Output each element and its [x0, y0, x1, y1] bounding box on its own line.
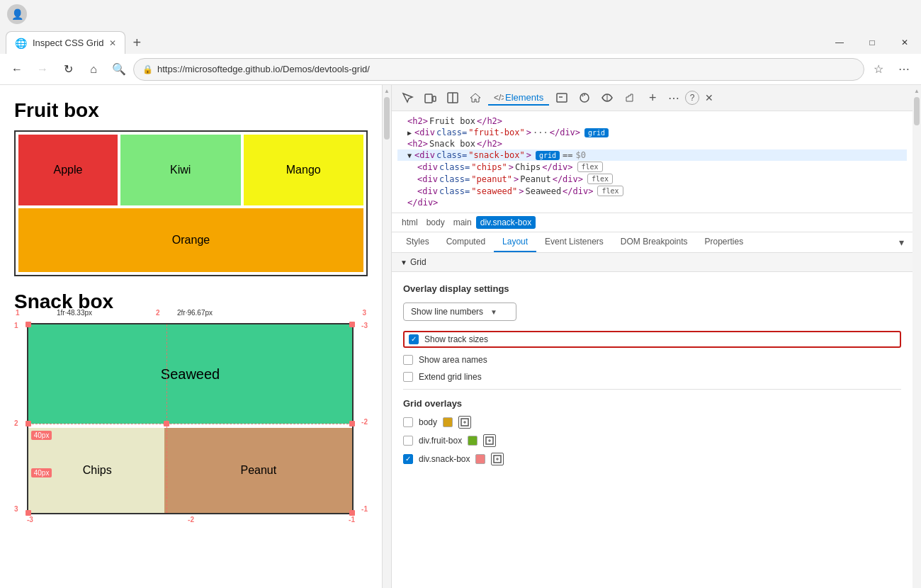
overlay-settings: Overlay display settings Show line numbe… [392, 272, 912, 482]
svg-rect-0 [425, 94, 432, 103]
show-area-names-label: Show area names [419, 355, 487, 365]
fruit-kiwi: Kiwi [120, 135, 241, 205]
devtools: </> Elements [391, 85, 912, 588]
breadcrumb-body[interactable]: body [422, 216, 449, 229]
grid-corner-ml [26, 421, 31, 426]
show-track-sizes-checkbox[interactable] [409, 334, 419, 344]
more-tabs-button[interactable]: ▾ [896, 234, 907, 251]
snack-box-overlay-icon[interactable] [491, 453, 504, 465]
back-button[interactable]: ← [6, 58, 28, 81]
fruit-mango: Mango [244, 135, 364, 205]
fruit-box-overlay-checkbox[interactable] [403, 436, 413, 446]
sources-button[interactable] [575, 88, 594, 108]
minimize-button[interactable]: — [823, 31, 856, 54]
body-color-swatch[interactable] [443, 417, 453, 427]
snack-box-color-swatch[interactable] [475, 454, 485, 464]
forward-button[interactable]: → [31, 58, 54, 81]
inspect-element-button[interactable] [397, 88, 417, 108]
tab-computed[interactable]: Computed [438, 232, 494, 252]
breadcrumb-html[interactable]: html [397, 216, 422, 229]
address-bar[interactable]: 🔒 https://microsoftedge.github.io/Demos/… [133, 58, 864, 81]
left-scrollbar[interactable]: ▲ [383, 85, 391, 588]
fruit-box-grid-badge[interactable]: grid [584, 128, 609, 137]
scroll-thumb[interactable] [384, 97, 390, 140]
maximize-button[interactable]: □ [856, 31, 888, 54]
home-button[interactable]: ⌂ [82, 58, 105, 81]
grid-corner-mid [164, 421, 169, 426]
breadcrumb-main[interactable]: main [449, 216, 476, 229]
dom-line-seaweed[interactable]: <div class="seaweed" >Seaweed</div> flex [397, 185, 907, 197]
dt-scroll-thumb[interactable] [914, 97, 920, 125]
section-collapse-icon: ▼ [400, 259, 407, 266]
grid-section-label: Grid [410, 257, 426, 267]
dom-line-fruit-box[interactable]: ▶ <div class="fruit-box" > ··· </div> gr… [397, 127, 907, 138]
fruit-box-color-swatch[interactable] [468, 436, 478, 446]
dock-button[interactable] [443, 88, 463, 108]
tab-layout[interactable]: Layout [494, 232, 536, 252]
dropdown-label: Show line numbers [411, 307, 483, 317]
snack-box-overlay-checkbox[interactable] [403, 454, 413, 464]
extend-grid-lines-checkbox[interactable] [403, 372, 413, 382]
show-area-names-row: Show area names [403, 355, 901, 365]
svg-text:</>: </> [494, 93, 504, 102]
tab-styles[interactable]: Styles [397, 232, 438, 252]
devtools-scrollbar[interactable]: ▲ [912, 85, 921, 588]
dt-scroll-up[interactable]: ▲ [914, 88, 920, 94]
navigation-bar: ← → ↻ ⌂ 🔍 🔒 https://microsoftedge.github… [0, 54, 921, 85]
fruit-box-overlay-label: div.fruit-box [419, 436, 462, 446]
more-tools-button[interactable]: ⋯ [665, 89, 682, 108]
performance-button[interactable] [620, 88, 640, 108]
dom-line-peanut[interactable]: <div class="peanut" >Peanut</div> flex [397, 173, 907, 185]
devtools-toolbar: </> Elements [392, 85, 912, 111]
grid-peanut: Peanut [164, 428, 352, 513]
body-overlay-icon[interactable] [458, 416, 471, 429]
dropdown-arrow-icon: ▼ [490, 308, 497, 316]
refresh-button[interactable]: ↻ [57, 58, 79, 81]
help-button[interactable]: ? [685, 91, 699, 105]
close-devtools-button[interactable]: ✕ [702, 89, 716, 106]
grid-seaweed: Seaweed [28, 324, 353, 424]
peanut-flex-badge[interactable]: flex [587, 174, 613, 184]
add-tools-button[interactable]: + [643, 88, 662, 108]
tab-event-listeners[interactable]: Event Listeners [536, 232, 612, 252]
divider [403, 389, 901, 390]
grid-section-header[interactable]: ▼ Grid [392, 253, 912, 272]
webpage-panel: Fruit box Apple Kiwi Mango Orange Snack … [0, 85, 383, 588]
snack-box-grid-badge[interactable]: grid [536, 151, 560, 160]
breadcrumb-snack-box[interactable]: div.snack-box [476, 216, 536, 229]
window-controls: — □ ✕ [823, 31, 921, 54]
tab-close-button[interactable]: ✕ [109, 38, 116, 48]
chips-flex-badge[interactable]: flex [577, 162, 603, 172]
show-area-names-checkbox[interactable] [403, 355, 413, 365]
new-tab-button[interactable]: + [125, 31, 148, 54]
svg-rect-5 [557, 94, 567, 102]
network-button[interactable] [597, 88, 617, 108]
search-button[interactable]: 🔍 [108, 58, 130, 81]
tab-dom-breakpoints[interactable]: DOM Breakpoints [612, 232, 696, 252]
device-emulation-button[interactable] [420, 88, 440, 108]
home-devtools-button[interactable] [465, 88, 485, 108]
dom-line-snack-box[interactable]: ▼ <div class="snack-box" > grid == $0 [397, 149, 907, 161]
grid-corner-bl [26, 510, 31, 516]
extend-grid-lines-row: Extend grid lines [403, 372, 901, 382]
tab-properties[interactable]: Properties [696, 232, 752, 252]
extend-grid-lines-label: Extend grid lines [419, 372, 482, 382]
url-text: https://microsoftedge.github.io/Demos/de… [157, 64, 370, 74]
grid-corner-tr [349, 322, 355, 327]
console-button[interactable] [552, 88, 572, 108]
more-button[interactable]: ⋯ [893, 58, 915, 81]
lock-icon: 🔒 [142, 64, 153, 74]
scroll-up-arrow[interactable]: ▲ [384, 88, 390, 94]
favorite-button[interactable]: ☆ [867, 58, 890, 81]
overlay-row-snack-box: div.snack-box [403, 453, 901, 465]
elements-icon: </> [494, 92, 504, 102]
overlay-row-fruit-box: div.fruit-box [403, 434, 901, 447]
seaweed-flex-badge[interactable]: flex [597, 186, 623, 196]
dom-line-chips[interactable]: <div class="chips" >Chips</div> flex [397, 161, 907, 173]
close-window-button[interactable]: ✕ [888, 31, 921, 54]
body-overlay-checkbox[interactable] [403, 417, 413, 427]
tab-elements[interactable]: Elements [505, 92, 543, 103]
browser-tab[interactable]: 🌐 Inspect CSS Grid ✕ [6, 31, 125, 54]
line-numbers-dropdown[interactable]: Show line numbers ▼ [403, 303, 516, 321]
fruit-box-overlay-icon[interactable] [483, 434, 496, 447]
